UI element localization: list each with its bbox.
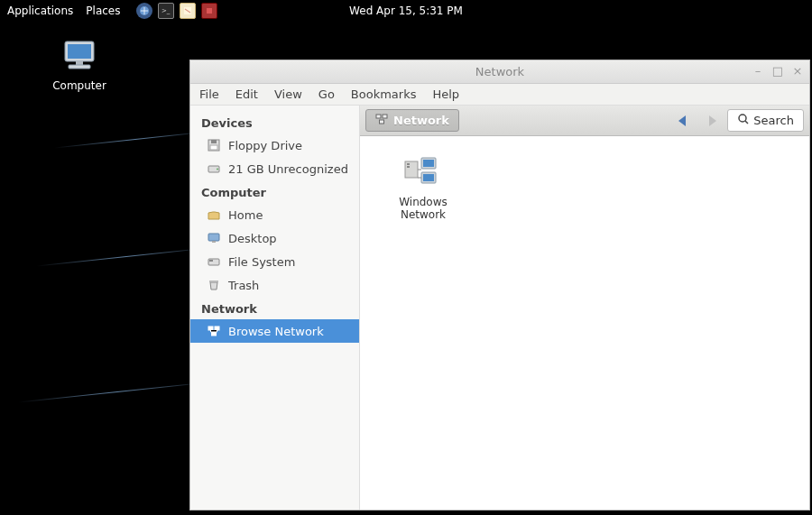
menu-file[interactable]: File	[199, 87, 219, 101]
browser-icon[interactable]	[136, 3, 152, 19]
sidebar-item-filesystem[interactable]: File System	[190, 250, 359, 273]
file-manager-window: Network – □ × File Edit View Go Bookmark…	[189, 60, 810, 510]
svg-rect-23	[380, 120, 384, 124]
menubar: File Edit View Go Bookmarks Help	[190, 84, 809, 106]
svg-point-12	[217, 169, 218, 170]
svg-rect-27	[407, 166, 410, 168]
svg-rect-14	[212, 241, 216, 243]
menu-view[interactable]: View	[274, 87, 302, 101]
svg-rect-6	[76, 61, 83, 65]
svg-rect-10	[210, 145, 217, 150]
floppy-icon	[207, 138, 221, 152]
sidebar-item-desktop[interactable]: Desktop	[190, 226, 359, 250]
sidebar-item-label: File System	[228, 255, 295, 269]
windows-network-icon	[401, 154, 445, 190]
panel-menu-places[interactable]: Places	[86, 5, 120, 17]
window-title: Network	[475, 65, 524, 78]
svg-rect-31	[423, 174, 434, 181]
window-titlebar[interactable]: Network – □ ×	[190, 60, 809, 84]
editor-icon[interactable]	[180, 3, 196, 19]
drive-icon	[207, 161, 221, 176]
sidebar-item-label: 21 GB Unrecognized	[228, 162, 348, 176]
sidebar-header-devices: Devices	[190, 111, 359, 133]
sidebar-item-label: Floppy Drive	[228, 139, 302, 152]
svg-text:>_: >_	[161, 7, 171, 14]
svg-rect-3	[207, 8, 212, 14]
home-folder-icon	[207, 207, 221, 222]
file-area[interactable]: Windows Network	[360, 136, 809, 510]
sidebar-item-home[interactable]: Home	[190, 203, 359, 226]
window-controls: – □ ×	[752, 64, 804, 77]
sidebar-item-trash[interactable]: Trash	[190, 273, 359, 297]
sidebar-item-unrecognized[interactable]: 21 GB Unrecognized	[190, 157, 359, 180]
app-icon[interactable]	[201, 3, 217, 19]
menu-help[interactable]: Help	[432, 87, 459, 101]
nav-back-button[interactable]	[673, 110, 695, 132]
svg-rect-16	[209, 260, 213, 262]
svg-rect-5	[68, 44, 91, 59]
svg-rect-9	[211, 140, 217, 143]
window-body: Devices Floppy Drive 21 GB Unrecognized …	[190, 106, 809, 510]
panel-menu-applications[interactable]: Applications	[7, 5, 73, 17]
close-button[interactable]: ×	[791, 64, 804, 77]
terminal-icon[interactable]: >_	[158, 3, 174, 19]
file-item-label: Windows Network	[399, 196, 448, 221]
sidebar: Devices Floppy Drive 21 GB Unrecognized …	[190, 106, 360, 510]
svg-rect-26	[407, 163, 410, 165]
desktop[interactable]: Computer Network – □ × File Edit View Go…	[0, 22, 812, 515]
minimize-button[interactable]: –	[752, 64, 764, 77]
sidebar-header-computer: Computer	[190, 180, 359, 203]
location-label: Network	[393, 114, 449, 127]
trash-icon	[207, 278, 221, 292]
desktop-icon-computer[interactable]: Computer	[43, 40, 115, 92]
network-icon	[207, 324, 221, 338]
svg-rect-13	[208, 234, 219, 241]
panel-launchers: >_	[136, 3, 217, 19]
computer-icon	[58, 40, 101, 76]
nav-forward-button[interactable]	[700, 110, 722, 132]
sidebar-item-floppy[interactable]: Floppy Drive	[190, 133, 359, 157]
content-area: Network Search	[360, 106, 809, 510]
sidebar-item-browse-network[interactable]: Browse Network	[190, 319, 359, 343]
search-label: Search	[753, 114, 794, 127]
sidebar-item-label: Trash	[228, 279, 259, 292]
sidebar-header-network: Network	[190, 297, 359, 319]
search-button[interactable]: Search	[727, 109, 804, 132]
top-panel: Applications Places >_ Wed Apr 15, 5:31 …	[0, 0, 812, 22]
panel-clock[interactable]: Wed Apr 15, 5:31 PM	[349, 5, 463, 17]
sidebar-item-label: Browse Network	[228, 325, 324, 338]
svg-rect-7	[69, 65, 90, 69]
search-icon	[737, 113, 750, 128]
desktop-folder-icon	[207, 231, 221, 245]
svg-rect-17	[209, 280, 218, 282]
menu-edit[interactable]: Edit	[235, 87, 258, 101]
toolbar: Network Search	[360, 106, 809, 136]
menu-bookmarks[interactable]: Bookmarks	[351, 87, 417, 101]
svg-rect-21	[376, 115, 381, 118]
svg-rect-29	[423, 160, 434, 167]
file-item-windows-network[interactable]: Windows Network	[378, 154, 468, 221]
svg-point-24	[739, 115, 746, 122]
svg-rect-22	[383, 115, 387, 118]
svg-rect-18	[208, 326, 213, 330]
menu-go[interactable]: Go	[318, 87, 335, 101]
sidebar-item-label: Home	[228, 208, 263, 222]
desktop-icon-label: Computer	[52, 79, 106, 92]
maximize-button[interactable]: □	[771, 64, 784, 77]
network-icon	[375, 113, 388, 128]
filesystem-icon	[207, 254, 221, 269]
svg-rect-19	[215, 326, 219, 330]
sidebar-item-label: Desktop	[228, 232, 277, 245]
location-button[interactable]: Network	[365, 109, 459, 132]
